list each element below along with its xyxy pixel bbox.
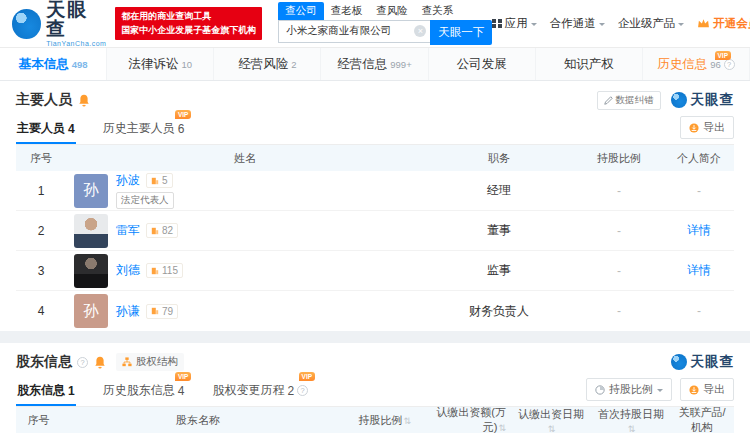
company-count-badge[interactable]: 82 bbox=[146, 223, 178, 238]
slogan-line2: 国家中小企业发展子基金旗下机构 bbox=[121, 24, 256, 38]
personnel-table-header: 序号 姓名 职务 持股比例 个人简介 bbox=[16, 145, 734, 171]
company-tabbar: 基本信息 498 法律诉讼 10 经营风险 2 经营信息 999+ 公司发展 知… bbox=[0, 48, 750, 81]
help-icon[interactable]: ? bbox=[724, 59, 735, 70]
subtab-history-shareholders[interactable]: VIP 历史股东信息 4 bbox=[102, 378, 186, 406]
tab-label: 法律诉讼 bbox=[128, 56, 178, 73]
tab-history-info[interactable]: VIP 历史信息 96 ? bbox=[643, 48, 750, 80]
tab-company-development[interactable]: 公司发展 bbox=[429, 48, 536, 80]
tab-count: 999+ bbox=[390, 59, 411, 70]
subtab-current-shareholders[interactable]: 股东信息 1 bbox=[16, 378, 76, 406]
vip-badge: VIP bbox=[299, 372, 315, 381]
tab-label: 知识产权 bbox=[564, 56, 614, 73]
export-button[interactable]: 导出 bbox=[680, 378, 734, 401]
tab-operating-info[interactable]: 经营信息 999+ bbox=[321, 48, 428, 80]
tab-intellectual-property[interactable]: 知识产权 bbox=[536, 48, 643, 80]
help-icon[interactable]: ? bbox=[297, 385, 308, 396]
col-subscribed-amount[interactable]: 认缴出资额(万元)⇅ bbox=[415, 405, 510, 435]
search-input[interactable] bbox=[278, 20, 430, 43]
person-name-link[interactable]: 刘德 bbox=[116, 262, 140, 279]
col-share-ratio: 持股比例 bbox=[574, 151, 664, 166]
col-first-hold-date[interactable]: 首次持股日期⇅ bbox=[592, 407, 670, 434]
data-correction-button[interactable]: 数据纠错 bbox=[597, 91, 661, 110]
tianyancha-watermark: 天眼查 bbox=[671, 353, 735, 371]
tianyancha-logo[interactable]: 天眼查 TianYanCha.com bbox=[12, 0, 107, 47]
section-title-shareholders: 股东信息 bbox=[16, 353, 72, 371]
logo-icon bbox=[12, 9, 41, 39]
subtab-label: 股东信息 bbox=[17, 382, 65, 399]
chevron-down-icon bbox=[657, 389, 663, 395]
col-share-ratio[interactable]: 持股比例⇅ bbox=[335, 413, 415, 428]
company-count-badge[interactable]: 5 bbox=[146, 173, 173, 188]
ratio-value: - bbox=[574, 304, 664, 318]
company-count: 79 bbox=[162, 306, 173, 317]
export-icon bbox=[689, 123, 699, 133]
equity-structure-link[interactable]: 股权结构 bbox=[116, 353, 184, 371]
nav-open-vip[interactable]: 开通会员 bbox=[697, 16, 750, 31]
row-index: 4 bbox=[16, 304, 66, 318]
person-name-link[interactable]: 孙谦 bbox=[116, 303, 140, 320]
person-name-link[interactable]: 雷军 bbox=[116, 222, 140, 239]
ratio-value: - bbox=[574, 184, 664, 198]
nav-cooperation[interactable]: 合作通道 bbox=[550, 16, 605, 31]
row-index: 1 bbox=[16, 184, 66, 198]
row-index: 2 bbox=[16, 224, 66, 238]
legal-rep-tag: 法定代表人 bbox=[116, 192, 174, 209]
subtab-current-personnel[interactable]: 主要人员 4 bbox=[16, 116, 76, 144]
building-icon bbox=[151, 267, 159, 275]
header-nav: 应用 合作通道 企业级产品 开通会员 费米 bbox=[492, 16, 750, 32]
profile-detail-link[interactable]: 详情 bbox=[664, 262, 734, 279]
search-tab-risk[interactable]: 查风险 bbox=[369, 2, 415, 20]
search-area: 查公司 查老板 查风险 查关系 × 天眼一下 bbox=[278, 2, 492, 45]
help-icon[interactable]: ? bbox=[77, 357, 88, 368]
col-profile: 个人简介 bbox=[664, 151, 734, 166]
tab-count: 96 bbox=[710, 59, 721, 70]
avatar[interactable]: 孙 bbox=[74, 294, 108, 328]
table-row: 1 孙 孙波 5 法定代表人 经理 - - bbox=[16, 171, 734, 211]
company-count-badge[interactable]: 79 bbox=[146, 304, 178, 319]
search-tab-relation[interactable]: 查关系 bbox=[415, 2, 461, 20]
ratio-value: - bbox=[574, 264, 664, 278]
subtab-label: 股权变更历程 bbox=[212, 382, 284, 399]
profile-detail-link[interactable]: 详情 bbox=[664, 222, 734, 239]
monitor-bell-icon[interactable] bbox=[94, 356, 106, 369]
tab-label: 经营风险 bbox=[238, 56, 288, 73]
nav-enterprise-products[interactable]: 企业级产品 bbox=[618, 16, 685, 31]
monitor-bell-icon[interactable] bbox=[78, 94, 90, 107]
logo-title: 天眼查 bbox=[46, 0, 107, 38]
table-row: 4 孙 孙谦 79 财务负责人 - - bbox=[16, 291, 734, 331]
subtab-history-personnel[interactable]: VIP 历史主要人员 6 bbox=[102, 116, 186, 144]
subtab-equity-changes[interactable]: VIP 股权变更历程 2 ? bbox=[211, 378, 309, 406]
subtab-count: 1 bbox=[68, 384, 75, 398]
crown-icon bbox=[697, 18, 710, 29]
building-icon bbox=[151, 177, 159, 185]
col-label: 首次持股日期 bbox=[598, 408, 664, 420]
col-position: 职务 bbox=[424, 151, 574, 166]
search-tabs: 查公司 查老板 查风险 查关系 bbox=[278, 2, 492, 20]
clear-icon[interactable]: × bbox=[414, 25, 426, 37]
subtab-label: 历史股东信息 bbox=[103, 382, 175, 399]
person-name-link[interactable]: 孙波 bbox=[116, 172, 140, 189]
tab-label: 经营信息 bbox=[337, 56, 387, 73]
col-subscribed-date[interactable]: 认缴出资日期⇅ bbox=[510, 407, 592, 434]
tab-legal-litigation[interactable]: 法律诉讼 10 bbox=[107, 48, 214, 80]
nav-apps[interactable]: 应用 bbox=[492, 16, 537, 31]
search-button[interactable]: 天眼一下 bbox=[430, 20, 492, 45]
chevron-down-icon bbox=[599, 23, 605, 29]
ratio-filter-button[interactable]: 持股比例 bbox=[586, 378, 672, 401]
search-tab-boss[interactable]: 查老板 bbox=[324, 2, 370, 20]
company-count-badge[interactable]: 115 bbox=[146, 263, 183, 278]
tab-label: 公司发展 bbox=[457, 56, 507, 73]
export-button[interactable]: 导出 bbox=[680, 116, 734, 139]
col-name: 姓名 bbox=[66, 151, 424, 166]
section-divider bbox=[0, 331, 750, 343]
avatar[interactable]: 孙 bbox=[74, 174, 108, 208]
avatar-photo[interactable] bbox=[74, 214, 108, 248]
subtab-label: 历史主要人员 bbox=[103, 120, 175, 137]
tab-operating-risk[interactable]: 经营风险 2 bbox=[214, 48, 321, 80]
top-header: 天眼查 TianYanCha.com 都在用的商业查询工具 国家中小企业发展子基… bbox=[0, 0, 750, 48]
avatar-photo[interactable] bbox=[74, 254, 108, 288]
search-tab-company[interactable]: 查公司 bbox=[278, 2, 324, 20]
data-correction-label: 数据纠错 bbox=[616, 94, 654, 107]
tab-basic-info[interactable]: 基本信息 498 bbox=[0, 48, 107, 80]
key-personnel-section: 主要人员 数据纠错 天眼查 主要人员 4 VIP 历史主要人员 bbox=[0, 81, 750, 331]
